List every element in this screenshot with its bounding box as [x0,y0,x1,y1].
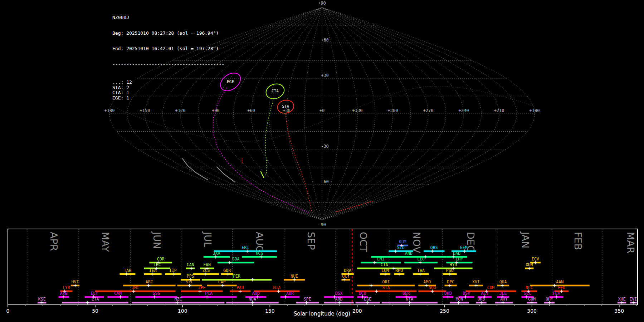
x-axis-label: Solar longitude (deg) [0,311,644,317]
shower-label-NTA: NTA [406,297,413,302]
month-label-FEB: FEB [572,232,584,250]
shower-bar-SSG [135,296,177,298]
shower-peak-marker-AAN [553,284,556,287]
month-label-JUL: JUL [202,231,213,247]
shower-label-ORI: ORI [382,279,390,284]
shower-label-DSV: DSV [463,291,470,296]
shower-label-AAN: AAN [556,279,564,284]
shower-label-CAP: CAP [218,279,226,284]
shower-label-SDA: SDA [232,257,240,262]
shower-bar-ERI [214,250,277,252]
shower-label-PER: PER [233,274,240,279]
shower-label-DPC: DPC [447,279,454,284]
shower-peak-marker-STA [375,290,378,293]
shower-label-KUM: KUM [399,239,406,244]
shower-peak-marker-ETA [86,301,89,304]
count-line: ...: 12 [112,80,224,85]
month-label-NOV: NOV [411,232,422,253]
shower-peak-marker-PER [251,278,254,282]
shower-peak-marker-ORI [370,284,373,287]
shower-label-ALY: ALY [481,291,488,296]
shower-label-NOO: NOO [429,285,436,290]
shower-label-OCT: OCT [342,274,350,279]
shower-label-LMI: LMI [377,257,385,262]
shower-label-NIA: NIA [273,285,280,290]
shower-label-NUE: NUE [291,274,298,279]
month-label-JAN: JAN [520,231,531,248]
shower-label-COM: COM [487,285,495,290]
shower-label-NZC: NZC [175,297,182,302]
shower-label-CAN: CAN [187,262,194,267]
shower-label-DAD: DAD [453,251,460,256]
shower-label-KCG: KCG [256,251,263,256]
shower-label-SPE: SPE [304,297,311,302]
shower-label-COR: COR [157,257,165,262]
shower-label-HYD: HYD [450,262,457,267]
shower-label-AUR: AUR [286,291,294,296]
shower-label-ELY: ELY [91,291,98,296]
shower-peak-marker-CTA [392,267,395,270]
shower-label-AMO: AMO [423,279,431,284]
shower-peak-marker-LMI [373,261,376,264]
shower-label-EVI: EVI [629,297,637,302]
shower-label-STA: STA [382,285,390,290]
meteor-radiant-plot: +90-90+60+30-30-60+180+150+120+90+60+30+… [0,0,644,322]
shower-label-PPS: PPS [187,274,194,279]
shower-counts: ...: 12STA: 2CTA: 1EGE: 1 [112,80,224,101]
station-id: NZ000J [112,15,224,20]
shower-label-THA: THA [417,268,425,273]
shower-peak-marker-SLD [394,250,397,253]
shower-label-AND: AND [405,251,413,256]
separator-line: ---------------------------------------- [112,62,224,67]
shower-label-TAH: TAH [124,268,131,273]
shower-label-FEV: FEV [553,291,560,296]
shower-label-JPE: JPE [198,285,206,290]
shower-label-LUM: LUM [381,268,389,273]
shower-label-EHY: EHY [456,257,463,262]
shower-bar-JMC [95,291,176,292]
shower-label-SCC: SCC [524,291,531,296]
month-label-OCT: OCT [358,232,369,252]
shower-label-ETA: ETA [92,297,99,302]
shower-bar-AUR [280,296,300,298]
shower-bar-COM [465,291,516,292]
shower-label-LYR: LYR [63,285,70,290]
shower-label-XUM: XUM [526,262,533,267]
count-line: EGE: 1 [112,96,224,101]
shower-label-ERI: ERI [242,245,249,250]
shower-peak-marker-SDA [228,261,231,264]
shower-label-AVB: AVB [60,291,68,296]
shower-label-ZCS: ZCS [203,268,210,273]
shower-label-OER: OER [402,291,410,296]
shower-label-OCU: OCU [359,291,366,296]
shower-label-GDR: GDR [223,268,231,273]
observation-info: NZ000J Beg: 20251010 08:27:28 (sol = 196… [112,5,224,111]
shower-label-CAM: CAM [114,291,122,296]
shower-label-CTA: CTA [381,262,388,267]
month-label-MAR: MAR [625,232,636,254]
shower-label-DKD: DKD [444,291,452,296]
shower-bar-KCG [242,256,277,258]
shower-label-KSE: KSE [38,297,46,302]
shower-bar-ETA [62,302,128,304]
shower-label-GUM: GUM [528,297,536,302]
shower-bar-JPE [181,291,223,292]
shower-label-PCA: PCA [205,291,213,296]
shower-label-AHY: AHY [500,297,508,302]
shower-label-IRC: IRC [153,262,161,267]
shower-label-NCC: NCC [526,285,533,290]
month-label-MAY: MAY [100,232,111,252]
activity-timeline-chart: APRMAYJUNJULAUGSEPOCTNOVDECJANFEBMAR0501… [0,0,644,322]
shower-label-HVI: HVI [72,279,79,284]
shower-label-IEA: IEA [149,268,157,273]
shower-label-OBS: OBS [430,245,438,250]
shower-label-SSG: SSG [153,291,160,296]
shower-label-MON: MON [456,297,463,302]
shower-label-GEM: GEM [460,245,468,250]
shower-label-ECV: ECV [532,257,539,262]
shower-label-SLD: SLD [397,245,405,250]
shower-bar-CAM [107,296,128,298]
shower-label-EGE: EGE [364,297,371,302]
shower-label-RPU: RPU [395,268,403,273]
month-label-APR: APR [48,232,59,251]
